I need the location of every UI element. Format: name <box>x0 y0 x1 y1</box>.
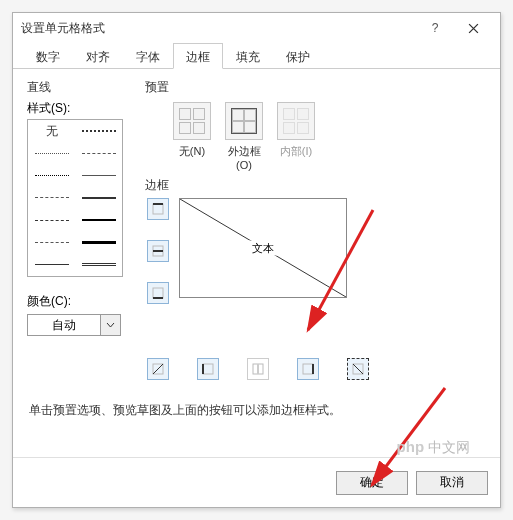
format-cells-dialog: 设置单元格格式 ? 数字 对齐 字体 边框 填充 保护 直线 样式(S): 无 <box>12 12 501 508</box>
line-style-extra-thick[interactable] <box>75 231 122 253</box>
close-button[interactable] <box>454 14 492 42</box>
footer: 确定 取消 <box>13 457 500 507</box>
line-style-medium[interactable] <box>75 187 122 209</box>
preset-inside-button[interactable] <box>277 102 315 140</box>
preset-outline-label: 外边框(O) <box>225 144 263 171</box>
close-icon <box>468 23 479 34</box>
line-style-hair[interactable] <box>28 142 75 164</box>
preset-inside-label: 内部(I) <box>277 144 315 171</box>
line-style-dashdotdot[interactable] <box>28 231 75 253</box>
line-color-select[interactable]: 自动 <box>27 314 127 336</box>
hint-text: 单击预置选项、预览草图及上面的按钮可以添加边框样式。 <box>13 390 500 431</box>
svg-rect-4 <box>153 288 163 298</box>
tab-protection[interactable]: 保护 <box>273 43 323 69</box>
svg-rect-0 <box>153 204 163 214</box>
line-style-medium-dashdot[interactable] <box>75 165 122 187</box>
line-style-dotted[interactable] <box>28 165 75 187</box>
line-color-dropdown[interactable] <box>101 314 121 336</box>
tab-border[interactable]: 边框 <box>173 43 223 69</box>
line-style-label: 样式(S): <box>27 100 127 117</box>
help-button[interactable]: ? <box>416 14 454 42</box>
line-column: 直线 样式(S): 无 <box>27 79 127 380</box>
border-top-button[interactable] <box>147 198 169 220</box>
svg-line-16 <box>353 364 363 374</box>
preset-outline-button[interactable] <box>225 102 263 140</box>
tab-alignment[interactable]: 对齐 <box>73 43 123 69</box>
tab-number[interactable]: 数字 <box>23 43 73 69</box>
border-diag-up-button[interactable] <box>147 358 169 380</box>
border-middle-v-button[interactable] <box>247 358 269 380</box>
preset-none-button[interactable] <box>173 102 211 140</box>
svg-rect-13 <box>303 364 313 374</box>
border-preview[interactable]: 文本 <box>179 198 347 298</box>
line-section-label: 直线 <box>27 79 127 96</box>
line-style-medium-dot[interactable] <box>75 120 122 142</box>
line-style-thick[interactable] <box>75 209 122 231</box>
border-diag-down-button[interactable] <box>347 358 369 380</box>
right-column: 预置 无(N) 外边框(O) 内部(I) <box>141 79 486 380</box>
line-style-dashed[interactable] <box>28 187 75 209</box>
dialog-title: 设置单元格格式 <box>21 20 416 37</box>
line-style-none[interactable]: 无 <box>28 120 75 142</box>
svg-rect-9 <box>203 364 213 374</box>
svg-line-8 <box>153 364 163 374</box>
line-style-thin[interactable] <box>28 254 75 276</box>
preview-text: 文本 <box>249 241 277 256</box>
border-bottom-button[interactable] <box>147 282 169 304</box>
ok-button[interactable]: 确定 <box>336 471 408 495</box>
border-section: 边框 文本 <box>141 177 486 380</box>
preset-none-label: 无(N) <box>173 144 211 171</box>
tabs: 数字 对齐 字体 边框 填充 保护 <box>13 43 500 69</box>
presets-section: 预置 无(N) 外边框(O) 内部(I) <box>141 79 486 171</box>
line-style-listbox[interactable]: 无 <box>27 119 123 277</box>
line-style-dashdot[interactable] <box>28 209 75 231</box>
line-color-value: 自动 <box>27 314 101 336</box>
presets-label: 预置 <box>145 79 486 96</box>
border-right-button[interactable] <box>297 358 319 380</box>
line-style-double[interactable] <box>75 254 122 276</box>
tab-fill[interactable]: 填充 <box>223 43 273 69</box>
border-middle-h-button[interactable] <box>147 240 169 262</box>
cancel-button[interactable]: 取消 <box>416 471 488 495</box>
chevron-down-icon <box>106 322 115 328</box>
border-label: 边框 <box>145 177 486 194</box>
titlebar: 设置单元格格式 ? <box>13 13 500 43</box>
tab-font[interactable]: 字体 <box>123 43 173 69</box>
content: 直线 样式(S): 无 <box>13 69 500 390</box>
border-left-button[interactable] <box>197 358 219 380</box>
line-style-medium-dash[interactable] <box>75 142 122 164</box>
line-color-label: 颜色(C): <box>27 293 127 310</box>
